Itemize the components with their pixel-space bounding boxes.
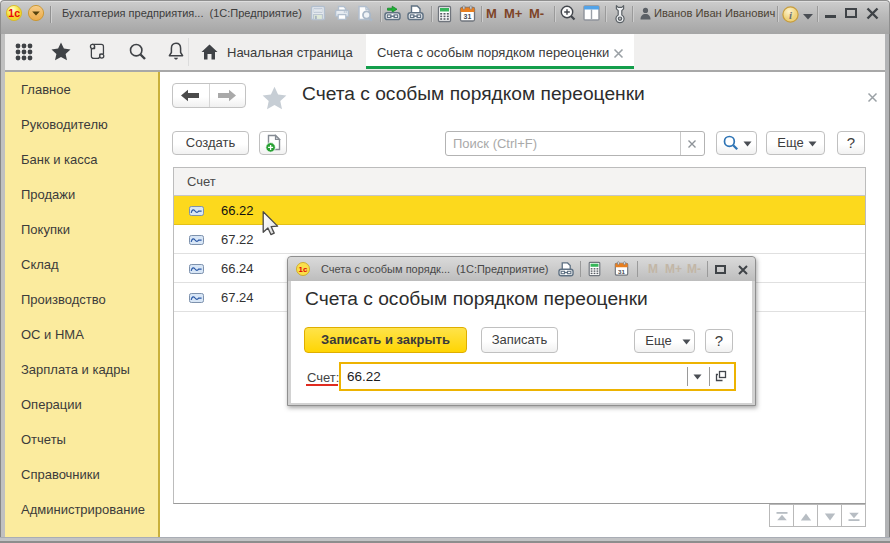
svg-text:31: 31 bbox=[464, 13, 472, 20]
svg-text:31: 31 bbox=[618, 268, 625, 275]
svg-text:1с: 1с bbox=[8, 7, 20, 19]
svg-text:1с: 1с bbox=[299, 265, 308, 274]
